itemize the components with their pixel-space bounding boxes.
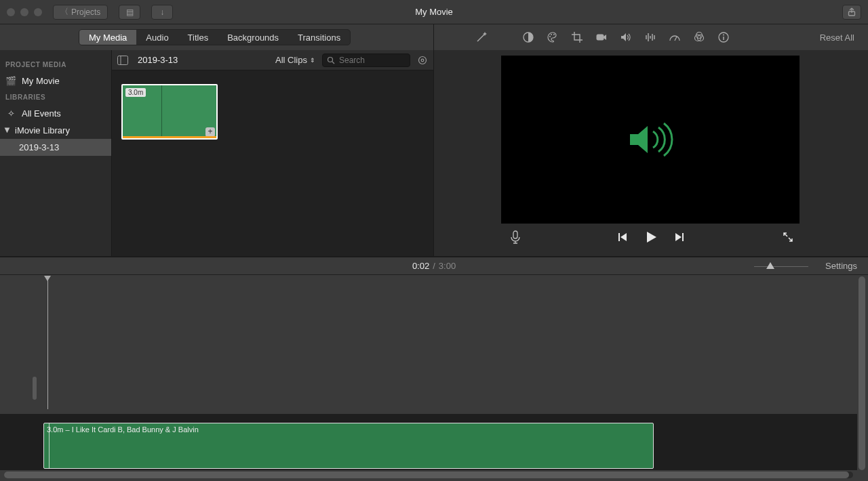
timeline-settings-button[interactable]: Settings	[825, 261, 857, 271]
back-to-projects-label: Projects	[71, 7, 100, 17]
zoom-thumb-icon[interactable]	[766, 262, 774, 269]
library-list-button[interactable]: ▤	[119, 5, 140, 20]
timeline-h-scrollbar[interactable]	[4, 472, 853, 478]
sidebar-item-event[interactable]: 2019-3-13	[0, 139, 111, 156]
timeline-audio-lane[interactable]: 3.0m – I Like It Cardi B, Bad Bunny & J …	[0, 414, 857, 470]
next-button[interactable]	[674, 232, 685, 243]
import-icon: ↓	[160, 7, 164, 17]
clip-filter-label: All Clips	[275, 55, 307, 65]
wand-icon	[475, 30, 488, 44]
chevron-left-icon: 〈	[60, 6, 68, 18]
svg-point-9	[549, 36, 551, 37]
zoom-slider[interactable]	[754, 264, 808, 270]
preview-pane: Reset All	[434, 24, 868, 256]
clip-skimmer-line	[161, 85, 162, 138]
zoom-window-icon[interactable]	[34, 8, 42, 16]
h-scroll-thumb[interactable]	[4, 472, 849, 478]
back-to-projects-button[interactable]: 〈 Projects	[53, 5, 108, 20]
clip-filter-dropdown[interactable]: All Clips ⇕	[275, 55, 315, 65]
event-name-label: 2019-3-13	[19, 142, 59, 152]
filter-button[interactable]	[693, 31, 705, 43]
svg-rect-25	[513, 231, 517, 238]
disclosure-triangle-icon[interactable]: ▼	[3, 125, 9, 135]
media-pane: My Media Audio Titles Backgrounds Transi…	[0, 24, 434, 256]
playhead-time: 0:02/3:00	[412, 261, 456, 271]
tab-titles[interactable]: Titles	[178, 30, 218, 45]
svg-point-5	[419, 56, 427, 64]
media-tabs: My Media Audio Titles Backgrounds Transi…	[79, 29, 351, 45]
sidebar-item-project[interactable]: 🎬 My Movie	[0, 72, 111, 89]
search-input[interactable]	[339, 56, 400, 65]
total-time: 3:00	[439, 261, 456, 271]
noise-reduction-button[interactable]	[644, 31, 656, 43]
zoom-track	[754, 266, 808, 267]
project-media-header: PROJECT MEDIA	[0, 57, 111, 72]
palette-icon	[547, 31, 559, 43]
info-icon	[717, 31, 730, 43]
voiceover-button[interactable]	[510, 230, 521, 244]
share-button[interactable]	[842, 5, 861, 20]
svg-rect-27	[682, 233, 684, 241]
speed-button[interactable]	[669, 31, 681, 43]
timeline-audio-clip[interactable]: 3.0m – I Like It Cardi B, Bad Bunny & J …	[43, 423, 654, 469]
share-icon	[847, 7, 856, 17]
timeline-playhead[interactable]	[47, 277, 48, 409]
speedometer-icon	[669, 31, 681, 43]
timeline-info-strip: 0:02/3:00 Settings	[0, 257, 868, 275]
volume-button[interactable]	[620, 31, 632, 43]
svg-line-18	[675, 37, 677, 41]
tab-backgrounds[interactable]: Backgrounds	[218, 30, 288, 45]
sidebar-item-all-events[interactable]: ✧ All Events	[0, 105, 111, 122]
svg-line-7	[477, 35, 484, 41]
dropdown-chevron-icon: ⇕	[310, 57, 315, 64]
reset-all-button[interactable]: Reset All	[820, 33, 854, 43]
info-button[interactable]	[717, 31, 730, 43]
preview-body	[434, 50, 868, 256]
prev-button[interactable]	[617, 232, 628, 243]
enhance-wand-button[interactable]	[475, 30, 488, 44]
search-icon	[327, 56, 335, 64]
audio-clip-playhead-line	[49, 423, 50, 468]
svg-rect-26	[618, 233, 620, 241]
import-button[interactable]: ↓	[151, 5, 173, 20]
tab-my-media[interactable]: My Media	[79, 30, 136, 45]
tab-audio[interactable]: Audio	[136, 30, 178, 45]
clapperboard-icon: 🎬	[5, 76, 16, 86]
svg-line-4	[332, 62, 334, 64]
play-button[interactable]	[644, 230, 658, 244]
browser-toolbar: 2019-3-13 All Clips ⇕	[112, 50, 433, 70]
sidebar-item-library[interactable]: ▼ iMovie Library	[0, 122, 111, 139]
browser-settings-button[interactable]	[417, 55, 428, 66]
star-box-icon: ✧	[5, 108, 16, 119]
clip-browser: 2019-3-13 All Clips ⇕	[112, 50, 433, 256]
all-events-label: All Events	[22, 108, 61, 119]
v-scroll-thumb[interactable]	[859, 276, 865, 470]
preview-viewer[interactable]	[501, 56, 800, 224]
volume-icon	[620, 31, 632, 43]
fullscreen-button[interactable]	[783, 232, 793, 243]
window-titlebar: 〈 Projects ▤ ↓ My Movie	[0, 0, 868, 24]
expand-icon	[783, 232, 793, 243]
color-correction-button[interactable]	[547, 31, 559, 43]
search-field[interactable]	[322, 54, 410, 67]
gear-icon	[417, 55, 428, 66]
add-to-timeline-button[interactable]: +	[205, 127, 215, 137]
svg-point-6	[421, 59, 424, 62]
tab-transitions[interactable]: Transitions	[288, 30, 350, 45]
sidebar-toggle-icon[interactable]	[117, 56, 131, 65]
clips-area[interactable]: 3.0m +	[112, 70, 433, 256]
crop-button[interactable]	[571, 31, 583, 43]
color-balance-button[interactable]	[522, 31, 534, 43]
adjustment-icons	[522, 31, 730, 43]
overlap-circles-icon	[693, 31, 705, 43]
svg-point-3	[328, 57, 333, 62]
clip-thumbnail[interactable]: 3.0m +	[121, 84, 218, 140]
library-sidebar: PROJECT MEDIA 🎬 My Movie LIBRARIES ✧ All…	[0, 50, 112, 256]
timeline-v-scrollbar[interactable]	[859, 276, 865, 470]
minimize-window-icon[interactable]	[20, 8, 28, 16]
equalizer-icon	[644, 31, 656, 43]
speaker-icon	[623, 119, 677, 160]
close-window-icon[interactable]	[7, 8, 15, 16]
timeline-video-lane[interactable]	[0, 275, 857, 414]
stabilization-button[interactable]	[595, 31, 608, 43]
